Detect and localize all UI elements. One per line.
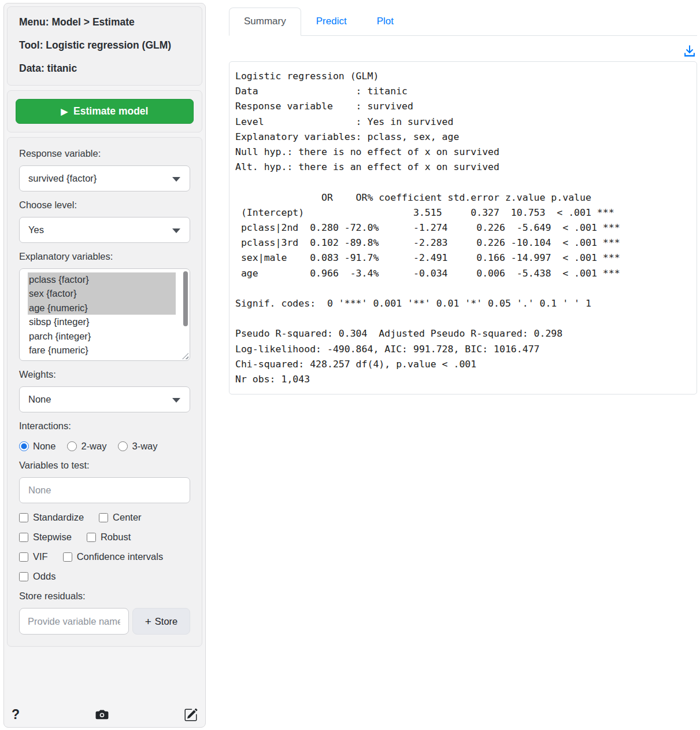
radio-2way[interactable]: [67, 441, 77, 451]
chevron-down-icon: [172, 228, 180, 233]
list-item[interactable]: sibsp {integer}: [28, 315, 176, 329]
scrollbar[interactable]: [183, 270, 188, 360]
center-checkbox-input[interactable]: [99, 513, 108, 522]
summary-output-panel: Logistic regression (GLM) Data : titanic…: [229, 61, 697, 395]
store-button-label: Store: [155, 616, 177, 627]
confidence-intervals-checkbox[interactable]: Confidence intervals: [63, 551, 164, 562]
explanatory-variables-label: Explanatory variables:: [19, 251, 190, 262]
odds-label: Odds: [33, 571, 55, 582]
variables-to-test-input[interactable]: None: [19, 477, 190, 503]
dataset-name: Data: titanic: [19, 62, 190, 75]
store-residuals-row: + Store: [19, 608, 190, 635]
confidence-intervals-checkbox-input[interactable]: [63, 552, 72, 562]
plus-icon: +: [145, 616, 151, 627]
vif-checkbox-input[interactable]: [19, 552, 28, 562]
explanatory-variables-listbox[interactable]: pclass {factor} sex {factor} age {numeri…: [19, 268, 190, 361]
explanatory-variables-items: pclass {factor} sex {factor} age {numeri…: [20, 269, 190, 361]
weights-select[interactable]: None: [19, 386, 190, 412]
variables-to-test-label: Variables to test:: [19, 460, 190, 471]
camera-icon[interactable]: [95, 707, 109, 722]
store-residuals-input[interactable]: [19, 608, 129, 635]
response-variable-label: Response variable:: [19, 148, 190, 159]
toolbar: [229, 36, 697, 61]
checkbox-row-4: Odds: [19, 571, 190, 582]
store-button[interactable]: + Store: [132, 608, 190, 635]
center-checkbox[interactable]: Center: [99, 512, 142, 523]
app: Menu: Model > Estimate Tool: Logistic re…: [0, 0, 700, 730]
robust-label: Robust: [101, 532, 131, 543]
standardize-checkbox-input[interactable]: [19, 513, 28, 522]
radio-3way[interactable]: [118, 441, 128, 451]
radio-3way-label: 3-way: [132, 441, 157, 452]
stepwise-label: Stepwise: [33, 532, 72, 543]
standardize-checkbox[interactable]: Standardize: [19, 512, 84, 523]
model-form-panel: Response variable: survived {factor} Cho…: [7, 137, 202, 647]
vif-checkbox[interactable]: VIF: [19, 551, 48, 562]
menu-breadcrumb: Menu: Model > Estimate: [19, 16, 190, 28]
estimate-panel: ▶ Estimate model: [7, 90, 202, 132]
interactions-option-3way[interactable]: 3-way: [118, 441, 157, 452]
regression-summary-text: Logistic regression (GLM) Data : titanic…: [235, 69, 691, 387]
choose-level-label: Choose level:: [19, 200, 190, 211]
tab-plot[interactable]: Plot: [362, 8, 409, 36]
stepwise-checkbox[interactable]: Stepwise: [19, 532, 72, 543]
response-variable-select[interactable]: survived {factor}: [19, 165, 190, 191]
checkbox-row-3: VIF Confidence intervals: [19, 551, 190, 562]
weights-value: None: [28, 394, 51, 405]
choose-level-select[interactable]: Yes: [19, 217, 190, 243]
sidebar-footer: ?: [7, 703, 202, 724]
radio-none[interactable]: [19, 441, 29, 451]
list-item[interactable]: fare {numeric}: [28, 343, 176, 357]
list-item[interactable]: pclass {factor}: [28, 272, 176, 286]
tab-summary[interactable]: Summary: [229, 8, 301, 36]
checkbox-row-2: Stepwise Robust: [19, 532, 190, 543]
context-panel: Menu: Model > Estimate Tool: Logistic re…: [7, 6, 202, 86]
odds-checkbox-input[interactable]: [19, 572, 28, 581]
list-item[interactable]: parch {integer}: [28, 329, 176, 343]
variables-to-test-placeholder: None: [28, 485, 51, 496]
estimate-model-button-label: Estimate model: [73, 105, 148, 117]
help-icon[interactable]: ?: [12, 708, 20, 721]
response-variable-value: survived {factor}: [28, 173, 97, 184]
chevron-down-icon: [172, 398, 180, 403]
scrollbar-thumb[interactable]: [183, 271, 188, 326]
estimate-model-button[interactable]: ▶ Estimate model: [16, 99, 194, 124]
tab-predict[interactable]: Predict: [301, 8, 362, 36]
interactions-option-2way[interactable]: 2-way: [67, 441, 106, 452]
list-item[interactable]: age {numeric}: [28, 301, 176, 315]
weights-label: Weights:: [19, 369, 190, 380]
robust-checkbox[interactable]: Robust: [87, 532, 131, 543]
chevron-down-icon: [172, 177, 180, 182]
play-icon: ▶: [61, 107, 68, 116]
store-residuals-label: Store residuals:: [19, 591, 190, 602]
tool-title: Tool: Logistic regression (GLM): [19, 39, 190, 51]
main-panel: Summary Predict Plot Logistic regression…: [206, 3, 700, 730]
stepwise-checkbox-input[interactable]: [19, 533, 28, 542]
list-item[interactable]: sex {factor}: [28, 286, 176, 300]
sidebar: Menu: Model > Estimate Tool: Logistic re…: [3, 3, 206, 728]
download-icon[interactable]: [683, 45, 696, 57]
interactions-radio-group: None 2-way 3-way: [19, 441, 190, 452]
edit-report-icon[interactable]: [184, 708, 198, 722]
checkbox-row-1: Standardize Center: [19, 512, 190, 523]
interactions-label: Interactions:: [19, 421, 190, 432]
interactions-option-none[interactable]: None: [19, 441, 55, 452]
robust-checkbox-input[interactable]: [87, 533, 96, 542]
list-item[interactable]: cabin {character}: [28, 357, 176, 361]
radio-2way-label: 2-way: [81, 441, 106, 452]
standardize-label: Standardize: [33, 512, 84, 523]
choose-level-value: Yes: [28, 224, 44, 235]
odds-checkbox[interactable]: Odds: [19, 571, 55, 582]
center-label: Center: [113, 512, 142, 523]
vif-label: VIF: [33, 551, 48, 562]
tab-bar: Summary Predict Plot: [229, 8, 697, 36]
radio-none-label: None: [33, 441, 55, 452]
confidence-intervals-label: Confidence intervals: [77, 551, 164, 562]
